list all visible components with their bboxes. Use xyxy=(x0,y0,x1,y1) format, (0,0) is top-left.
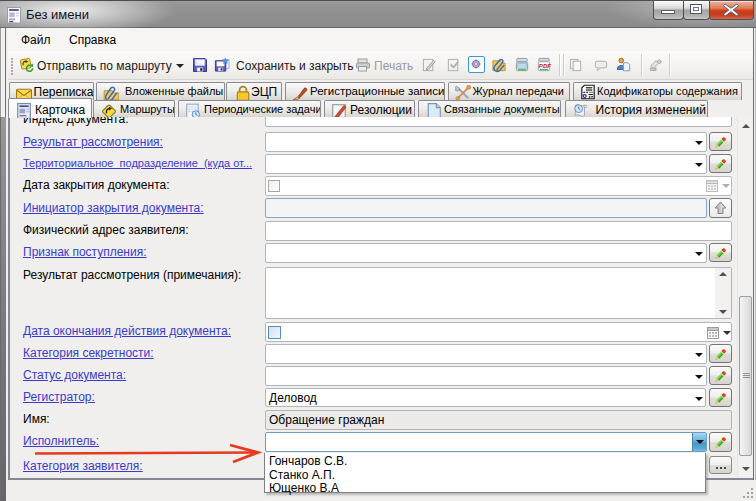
svg-text:PDF: PDF xyxy=(539,62,551,69)
